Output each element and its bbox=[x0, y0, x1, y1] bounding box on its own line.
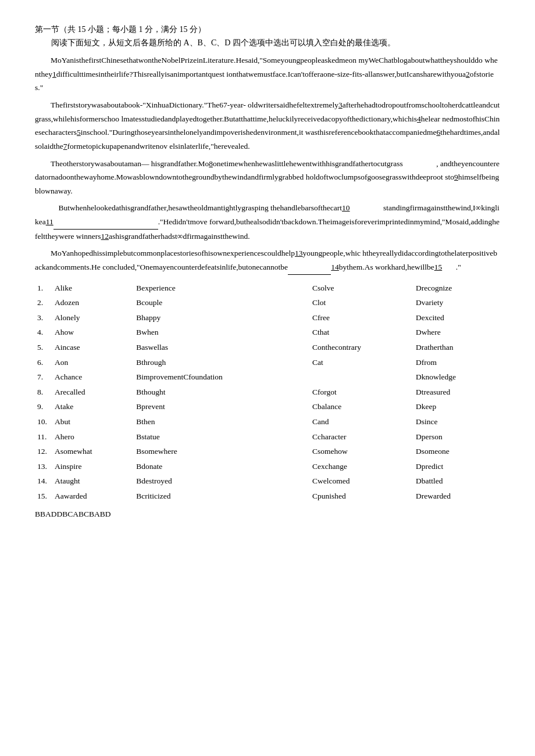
q1-optC: Csolve bbox=[310, 281, 413, 296]
q3-optD: Dexcited bbox=[413, 310, 500, 325]
q9-optA: Atake bbox=[52, 399, 134, 414]
paragraph-4: Butwhenhelookedathisgrandfather,hesawthe… bbox=[35, 201, 500, 243]
q14-optC: Cwelcomed bbox=[310, 474, 413, 489]
q10-optC: Cand bbox=[310, 414, 413, 429]
q7-optC bbox=[310, 370, 413, 385]
q5-optB: Baswellas bbox=[134, 340, 310, 355]
q1-optA: Alike bbox=[52, 281, 134, 296]
q12-optB: Bsomewhere bbox=[134, 444, 310, 459]
q6-optA: Aon bbox=[52, 355, 134, 370]
q11-optD: Dperson bbox=[413, 429, 500, 445]
q13-optC: Cexchange bbox=[310, 459, 413, 474]
paragraph-3: Theotherstorywasaboutaman— hisgrandfathe… bbox=[35, 157, 500, 198]
q10-optA: Abut bbox=[52, 414, 134, 429]
q2-optB: Bcouple bbox=[134, 295, 310, 310]
q6-optB: Bthrough bbox=[134, 355, 310, 370]
options-row-15: 15. Aawarded Bcriticized Cpunished Drewa… bbox=[35, 489, 500, 504]
q1-optD: Drecognize bbox=[413, 281, 500, 296]
q10-optD: Dsince bbox=[413, 414, 500, 429]
q9-optD: Dkeep bbox=[413, 399, 500, 414]
options-row-3: 3. Alonely Bhappy Cfree Dexcited bbox=[35, 310, 500, 325]
q2-num: 2. bbox=[35, 295, 52, 310]
q15-num: 15. bbox=[35, 489, 52, 504]
q10-num: 10. bbox=[35, 414, 52, 429]
section-header: 第一节（共 15 小题；每小题 1 分，满分 15 分） bbox=[35, 23, 500, 36]
paragraph-5: MoYanhopedhissimplebutcommonplacestories… bbox=[35, 246, 500, 274]
options-row-14: 14. Ataught Bdestroyed Cwelcomed Dbattle… bbox=[35, 474, 500, 489]
options-row-8: 8. Arecalled Bthought Cforgot Dtreasured bbox=[35, 385, 500, 400]
q5-optC: Conthecontrary bbox=[310, 340, 413, 355]
q13-num: 13. bbox=[35, 459, 52, 474]
q1-optB: Bexperience bbox=[134, 281, 310, 296]
q5-optD: Dratherthan bbox=[413, 340, 500, 355]
q2-optA: Adozen bbox=[52, 295, 134, 310]
q12-optA: Asomewhat bbox=[52, 444, 134, 459]
options-row-1: 1. Alike Bexperience Csolve Drecognize bbox=[35, 281, 500, 296]
q15-optD: Drewarded bbox=[413, 489, 500, 504]
answer-label: BBADDBCABCBABD bbox=[35, 510, 111, 518]
q7-num: 7. bbox=[35, 370, 52, 385]
q5-optA: Aincase bbox=[52, 340, 134, 355]
options-row-9-10: 9. Atake Bprevent Cbalance Dkeep bbox=[35, 399, 500, 414]
options-row-10: 10. Abut Bthen Cand Dsince bbox=[35, 414, 500, 429]
q8-optA: Arecalled bbox=[52, 385, 134, 400]
q14-optA: Ataught bbox=[52, 474, 134, 489]
q5-num: 5. bbox=[35, 340, 52, 355]
q3-optC: Cfree bbox=[310, 310, 413, 325]
options-row-12: 12. Asomewhat Bsomewhere Csomehow Dsomeo… bbox=[35, 444, 500, 459]
q2-optC: Clot bbox=[310, 295, 413, 310]
q7-optA: Achance bbox=[52, 370, 134, 385]
q6-optD: Dfrom bbox=[413, 355, 500, 370]
q3-num: 3. bbox=[35, 310, 52, 325]
options-row-13-14: 13. Ainspire Bdonate Cexchange Dpredict bbox=[35, 459, 500, 474]
answer-line: BBADDBCABCBABD bbox=[35, 508, 500, 521]
q9-optB: Bprevent bbox=[134, 399, 310, 414]
q2-optD: Dvariety bbox=[413, 295, 500, 310]
q15-optB: Bcriticized bbox=[134, 489, 310, 504]
passage-container: MoYanisthefirstChinesethatwontheNobelPri… bbox=[35, 53, 500, 274]
q3-optB: Bhappy bbox=[134, 310, 310, 325]
q13-optA: Ainspire bbox=[52, 459, 134, 474]
q7-optB: BimprovementCfoundation bbox=[134, 370, 310, 385]
options-row-4: 4. Ahow Bwhen Cthat Dwhere bbox=[35, 325, 500, 340]
q4-num: 4. bbox=[35, 325, 52, 340]
q6-optC: Cat bbox=[310, 355, 413, 370]
q4-optB: Bwhen bbox=[134, 325, 310, 340]
paragraph-2: Thefirststorywasaboutabook-"XinhuaDictio… bbox=[35, 98, 500, 153]
q8-optC: Cforgot bbox=[310, 385, 413, 400]
q12-optD: Dsomeone bbox=[413, 444, 500, 459]
q6-num: 6. bbox=[35, 355, 52, 370]
q15-optC: Cpunished bbox=[310, 489, 413, 504]
instruction-text: 阅读下面短文，从短文后各题所给的 A、B、C、D 四个选项中选出可以填入空白处的… bbox=[35, 36, 500, 50]
q8-num: 8. bbox=[35, 385, 52, 400]
options-row-11-12: 11. Ahero Bstatue Ccharacter Dperson bbox=[35, 429, 500, 445]
q8-optB: Bthought bbox=[134, 385, 310, 400]
q3-optA: Alonely bbox=[52, 310, 134, 325]
q1-num: 1. bbox=[35, 281, 52, 296]
q14-num: 14. bbox=[35, 474, 52, 489]
q11-num: 11. bbox=[35, 429, 52, 445]
q14-optB: Bdestroyed bbox=[134, 474, 310, 489]
q12-optC: Csomehow bbox=[310, 444, 413, 459]
q11-optB: Bstatue bbox=[134, 429, 310, 445]
q14-optD: Dbattled bbox=[413, 474, 500, 489]
q9-optC: Cbalance bbox=[310, 399, 413, 414]
q7-optD: Dknowledge bbox=[413, 370, 500, 385]
q13-optB: Bdonate bbox=[134, 459, 310, 474]
paragraph-1: MoYanisthefirstChinesethatwontheNobelPri… bbox=[35, 53, 500, 95]
options-row-6: 6. Aon Bthrough Cat Dfrom bbox=[35, 355, 500, 370]
q13-optD: Dpredict bbox=[413, 459, 500, 474]
q4-optD: Dwhere bbox=[413, 325, 500, 340]
q12-num: 12. bbox=[35, 444, 52, 459]
options-row-5: 5. Aincase Baswellas Conthecontrary Drat… bbox=[35, 340, 500, 355]
options-row-7: 7. Achance BimprovementCfoundation Dknow… bbox=[35, 370, 500, 385]
q9-num: 9. bbox=[35, 399, 52, 414]
section-title: 第一节（共 15 小题；每小题 1 分，满分 15 分） bbox=[35, 23, 500, 36]
q4-optC: Cthat bbox=[310, 325, 413, 340]
q4-optA: Ahow bbox=[52, 325, 134, 340]
q11-optC: Ccharacter bbox=[310, 429, 413, 445]
q10-optB: Bthen bbox=[134, 414, 310, 429]
options-row-2: 2. Adozen Bcouple Clot Dvariety bbox=[35, 295, 500, 310]
q15-optA: Aawarded bbox=[52, 489, 134, 504]
q8-optD: Dtreasured bbox=[413, 385, 500, 400]
